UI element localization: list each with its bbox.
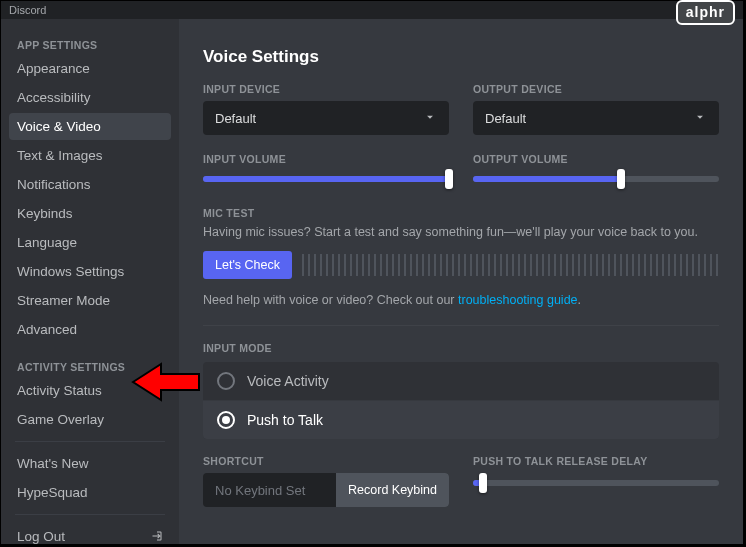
- sidebar-item-streamer-mode[interactable]: Streamer Mode: [9, 287, 171, 314]
- troubleshooting-link[interactable]: troubleshooting guide: [458, 293, 578, 307]
- radio-icon: [217, 372, 235, 390]
- sidebar-item-hypesquad[interactable]: HypeSquad: [9, 479, 171, 506]
- chevron-down-icon: [423, 110, 437, 127]
- mic-level-meter: [302, 254, 719, 276]
- output-device-select[interactable]: Default: [473, 101, 719, 135]
- sidebar-item-activity-status[interactable]: Activity Status: [9, 377, 171, 404]
- mic-test-label: MIC TEST: [203, 207, 719, 219]
- sidebar-header-app: APP SETTINGS: [9, 31, 171, 55]
- app-name: Discord: [9, 4, 46, 16]
- settings-content: Voice Settings INPUT DEVICE Default OUTP…: [179, 19, 743, 544]
- page-title: Voice Settings: [203, 47, 719, 67]
- input-device-select[interactable]: Default: [203, 101, 449, 135]
- sidebar-item-game-overlay[interactable]: Game Overlay: [9, 406, 171, 433]
- keybind-placeholder: No Keybind Set: [203, 473, 336, 507]
- sidebar-header-activity: ACTIVITY SETTINGS: [9, 353, 171, 377]
- settings-sidebar: APP SETTINGS Appearance Accessibility Vo…: [1, 19, 179, 544]
- voice-help-line: Need help with voice or video? Check out…: [203, 293, 719, 307]
- ptt-delay-label: PUSH TO TALK RELEASE DELAY: [473, 455, 719, 467]
- sidebar-item-voice-video[interactable]: Voice & Video: [9, 113, 171, 140]
- sidebar-item-whats-new[interactable]: What's New: [9, 450, 171, 477]
- output-device-label: OUTPUT DEVICE: [473, 83, 719, 95]
- sidebar-item-advanced[interactable]: Advanced: [9, 316, 171, 343]
- input-volume-label: INPUT VOLUME: [203, 153, 449, 165]
- logout-icon: [151, 530, 163, 544]
- sidebar-item-accessibility[interactable]: Accessibility: [9, 84, 171, 111]
- input-mode-label: INPUT MODE: [203, 342, 719, 354]
- chevron-down-icon: [693, 110, 707, 127]
- output-volume-label: OUTPUT VOLUME: [473, 153, 719, 165]
- keybind-field[interactable]: No Keybind Set Record Keybind: [203, 473, 449, 507]
- sidebar-item-logout[interactable]: Log Out: [9, 523, 171, 544]
- input-mode-voice-activity[interactable]: Voice Activity: [203, 362, 719, 400]
- input-volume-slider[interactable]: [203, 171, 449, 187]
- sidebar-item-language[interactable]: Language: [9, 229, 171, 256]
- lets-check-button[interactable]: Let's Check: [203, 251, 292, 279]
- titlebar: Discord: [1, 1, 743, 19]
- sidebar-item-notifications[interactable]: Notifications: [9, 171, 171, 198]
- sidebar-item-appearance[interactable]: Appearance: [9, 55, 171, 82]
- shortcut-label: SHORTCUT: [203, 455, 449, 467]
- radio-icon: [217, 411, 235, 429]
- sidebar-divider: [15, 441, 165, 442]
- input-device-label: INPUT DEVICE: [203, 83, 449, 95]
- ptt-delay-slider[interactable]: [473, 475, 719, 491]
- sidebar-item-keybinds[interactable]: Keybinds: [9, 200, 171, 227]
- sidebar-item-text-images[interactable]: Text & Images: [9, 142, 171, 169]
- section-divider: [203, 325, 719, 326]
- input-mode-group: Voice Activity Push to Talk: [203, 362, 719, 439]
- output-volume-slider[interactable]: [473, 171, 719, 187]
- sidebar-divider: [15, 514, 165, 515]
- sidebar-item-windows-settings[interactable]: Windows Settings: [9, 258, 171, 285]
- mic-test-help: Having mic issues? Start a test and say …: [203, 225, 719, 239]
- record-keybind-button[interactable]: Record Keybind: [336, 473, 449, 507]
- input-mode-push-to-talk[interactable]: Push to Talk: [203, 400, 719, 439]
